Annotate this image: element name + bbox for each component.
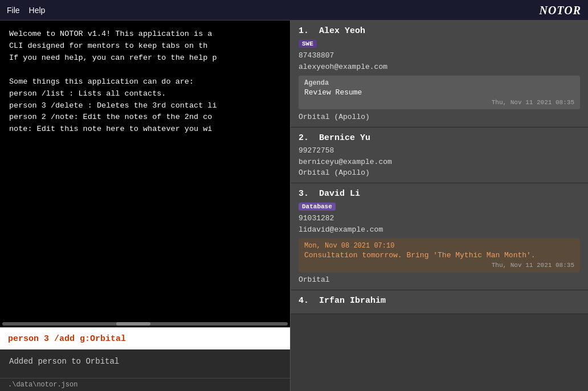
contact-header: 4. Irfan Ibrahim — [299, 296, 580, 306]
main-layout: Welcome to NOTOR v1.4! This application … — [0, 20, 588, 391]
contact-header: 3. David Li — [299, 189, 580, 199]
menu-bar: File Help NOTOR — [0, 0, 588, 20]
contact-tag: Database — [299, 201, 580, 213]
contact-header: 2. Bernice Yu — [299, 133, 580, 143]
contact-card[interactable]: 3. David LiDatabase91031282lidavid@examp… — [291, 183, 588, 290]
contact-phone: 87438807 — [299, 50, 580, 61]
agenda-content: Review Resume — [304, 88, 574, 97]
status-bar: .\data\notor.json — [0, 378, 290, 391]
contact-card[interactable]: 4. Irfan Ibrahim — [291, 290, 588, 314]
contact-card[interactable]: 1. Alex YeohSWE87438807alexyeoh@example.… — [291, 20, 588, 127]
contact-phone: 91031282 — [299, 213, 580, 224]
contact-group: Orbital (Apollo) — [299, 168, 580, 177]
agenda-box: Agenda Review Resume Thu, Nov 11 2021 08… — [299, 76, 580, 109]
scrollbar[interactable] — [0, 320, 290, 327]
contact-card[interactable]: 2. Bernice Yu99272758berniceyu@example.c… — [291, 127, 588, 183]
contact-header: 1. Alex Yeoh — [299, 26, 580, 36]
contacts-list: 1. Alex YeohSWE87438807alexyeoh@example.… — [291, 20, 588, 314]
output-area: Added person to Orbital — [0, 349, 290, 378]
contact-phone: 99272758 — [299, 145, 580, 157]
terminal-output: Welcome to NOTOR v1.4! This application … — [0, 20, 290, 320]
output-text: Added person to Orbital — [9, 357, 119, 366]
contact-group: Orbital (Apollo) — [299, 113, 580, 121]
note-box: Mon, Nov 08 2021 07:10 Consultation tomo… — [299, 238, 580, 272]
agenda-timestamp: Thu, Nov 11 2021 08:35 — [304, 99, 574, 106]
right-panel[interactable]: 1. Alex YeohSWE87438807alexyeoh@example.… — [291, 20, 588, 391]
contact-group: Orbital — [299, 275, 580, 284]
note-content: Consultation tomorrow. Bring 'The Mythic… — [304, 251, 574, 260]
command-text[interactable]: person 3 /add g:Orbital — [8, 334, 126, 344]
scroll-thumb[interactable] — [116, 322, 150, 326]
file-path: .\data\notor.json — [8, 381, 77, 389]
left-panel: Welcome to NOTOR v1.4! This application … — [0, 20, 291, 391]
contact-email: berniceyu@example.com — [299, 157, 580, 168]
scroll-track — [2, 322, 288, 326]
file-menu[interactable]: File — [7, 6, 20, 15]
contact-email: lidavid@example.com — [299, 224, 580, 236]
app-title: NOTOR — [539, 3, 581, 17]
contact-tag: SWE — [299, 38, 580, 50]
note-footer: Thu, Nov 11 2021 08:35 — [304, 262, 574, 269]
command-input-area: person 3 /add g:Orbital — [0, 327, 290, 349]
help-menu[interactable]: Help — [29, 6, 46, 15]
terminal-text: Welcome to NOTOR v1.4! This application … — [9, 28, 281, 135]
agenda-label: Agenda — [304, 79, 574, 87]
note-timestamp: Mon, Nov 08 2021 07:10 — [304, 242, 574, 250]
contact-email: alexyeoh@example.com — [299, 61, 580, 73]
